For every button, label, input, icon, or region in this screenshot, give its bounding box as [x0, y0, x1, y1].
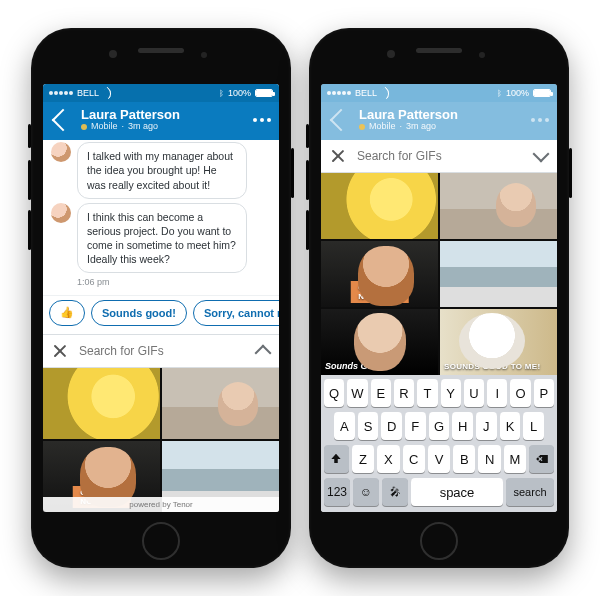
quick-reply-1[interactable]: Sounds good! [91, 300, 187, 326]
presence-time: 3m ago [128, 122, 158, 132]
key-b[interactable]: B [453, 445, 475, 473]
gif-grid: CHUCK NORRIS Sounds Good. SOUNDS GOOD TO… [321, 173, 557, 375]
key-a[interactable]: A [334, 412, 355, 440]
key-x[interactable]: X [377, 445, 399, 473]
gif-tile[interactable]: Sounds Good. [321, 309, 438, 375]
shift-icon [329, 452, 343, 466]
space-key[interactable]: space [411, 478, 503, 506]
key-m[interactable]: M [504, 445, 526, 473]
gif-search-bar [43, 334, 279, 368]
screen-chat-gif-tray: BELL ᛒ 100% Laura Patterson Mobile · 3m … [43, 84, 279, 512]
message: I talked with my manager about the idea … [51, 142, 271, 199]
message-timestamp: 1:06 pm [51, 277, 271, 291]
close-icon[interactable] [53, 344, 67, 358]
gif-tile[interactable] [321, 173, 438, 239]
emoji-key[interactable]: ☺ [353, 478, 379, 506]
avatar[interactable] [51, 203, 71, 223]
key-n[interactable]: N [478, 445, 500, 473]
message-list: I talked with my manager about the idea … [43, 140, 279, 295]
key-h[interactable]: H [452, 412, 473, 440]
key-j[interactable]: J [476, 412, 497, 440]
key-o[interactable]: O [510, 379, 530, 407]
phone-right: BELL ᛒ 100% Laura Patterson Mobile · 3m … [309, 28, 569, 568]
key-u[interactable]: U [464, 379, 484, 407]
more-icon[interactable] [253, 118, 271, 122]
battery-icon [533, 89, 551, 97]
key-d[interactable]: D [381, 412, 402, 440]
key-y[interactable]: Y [441, 379, 461, 407]
message-text: I think this can become a serious projec… [77, 203, 247, 274]
status-bar: BELL ᛒ 100% [43, 84, 279, 102]
bluetooth-icon: ᛒ [219, 89, 224, 98]
gif-search-input[interactable] [77, 343, 247, 359]
presence-label: Mobile [91, 122, 118, 132]
home-button[interactable] [420, 522, 458, 560]
gif-caption: SOUNDS GOOD TO ME! [444, 362, 540, 371]
mic-key[interactable]: 🎤︎ [382, 478, 408, 506]
gif-tile[interactable] [440, 241, 557, 307]
key-t[interactable]: T [417, 379, 437, 407]
presence-dot-icon [359, 124, 365, 130]
key-c[interactable]: C [403, 445, 425, 473]
gif-attribution: powered by Tenor [43, 497, 279, 512]
battery-icon [255, 89, 273, 97]
quick-reply-emoji[interactable]: 👍 [49, 300, 85, 326]
conversation-header-dimmed: Laura Patterson Mobile · 3m ago [321, 102, 557, 140]
key-q[interactable]: Q [324, 379, 344, 407]
home-button[interactable] [142, 522, 180, 560]
conversation-header: Laura Patterson Mobile · 3m ago [43, 102, 279, 140]
back-icon [330, 109, 353, 132]
avatar[interactable] [51, 142, 71, 162]
gif-grid: CHUCK NORRIS powered by Tenor [43, 368, 279, 512]
gif-tile[interactable] [43, 368, 160, 439]
screen-gif-search-keyboard: BELL ᛒ 100% Laura Patterson Mobile · 3m … [321, 84, 557, 512]
gif-caption: Sounds Good. [325, 361, 387, 371]
key-l[interactable]: L [523, 412, 544, 440]
more-icon [531, 118, 549, 122]
signal-dots-icon [49, 91, 73, 95]
message: I think this can become a serious projec… [51, 203, 271, 274]
numbers-key[interactable]: 123 [324, 478, 350, 506]
presence-time: 3m ago [406, 122, 436, 132]
contact-name[interactable]: Laura Patterson [81, 108, 245, 122]
key-k[interactable]: K [500, 412, 521, 440]
message-text: I talked with my manager about the idea … [77, 142, 247, 199]
key-v[interactable]: V [428, 445, 450, 473]
gif-search-input[interactable] [355, 148, 525, 164]
key-s[interactable]: S [358, 412, 379, 440]
key-z[interactable]: Z [352, 445, 374, 473]
battery-pct: 100% [506, 88, 529, 98]
presence-label: Mobile [369, 122, 396, 132]
gif-tile[interactable]: CHUCK NORRIS [321, 241, 438, 307]
back-icon[interactable] [52, 109, 75, 132]
key-e[interactable]: E [371, 379, 391, 407]
gif-tile[interactable] [440, 173, 557, 239]
delete-key[interactable] [529, 445, 554, 473]
carrier-label: BELL [355, 88, 377, 98]
contact-name: Laura Patterson [359, 108, 523, 122]
gif-search-bar [321, 140, 557, 173]
key-f[interactable]: F [405, 412, 426, 440]
gif-tile[interactable] [162, 368, 279, 439]
key-i[interactable]: I [487, 379, 507, 407]
bluetooth-icon: ᛒ [497, 89, 502, 98]
quick-reply-2[interactable]: Sorry, cannot make it [193, 300, 279, 326]
key-w[interactable]: W [347, 379, 367, 407]
search-key[interactable]: search [506, 478, 554, 506]
battery-pct: 100% [228, 88, 251, 98]
gif-tile[interactable]: SOUNDS GOOD TO ME! [440, 309, 557, 375]
carrier-label: BELL [77, 88, 99, 98]
keyboard: QWERTYUIOP ASDFGHJKL ZXCVBNM 123 ☺ 🎤︎ sp… [321, 375, 557, 512]
key-r[interactable]: R [394, 379, 414, 407]
status-bar: BELL ᛒ 100% [321, 84, 557, 102]
key-p[interactable]: P [534, 379, 554, 407]
shift-key[interactable] [324, 445, 349, 473]
mic-icon: 🎤︎ [390, 486, 401, 498]
gif-caption: CHUCK NORRIS [350, 281, 409, 303]
emoji-icon: ☺ [360, 485, 372, 499]
backspace-icon [535, 452, 549, 466]
chevron-down-icon[interactable] [533, 146, 550, 163]
key-g[interactable]: G [429, 412, 450, 440]
close-icon[interactable] [331, 149, 345, 163]
chevron-up-icon[interactable] [255, 345, 272, 362]
